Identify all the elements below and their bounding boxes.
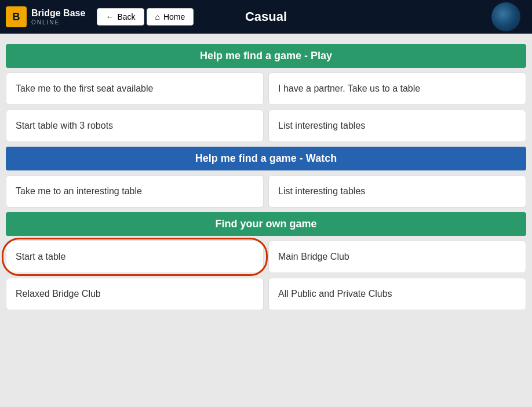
start-table-button[interactable]: Start a table (6, 241, 264, 273)
logo-text: Bridge Base ONLINE (31, 8, 85, 26)
logo-icon: B (6, 6, 27, 27)
have-partner-button[interactable]: I have a partner. Take us to a table (268, 72, 526, 105)
nav-buttons: ← Back ⌂ Home (97, 8, 194, 26)
home-icon: ⌂ (155, 12, 160, 21)
own-section-header: Find your own game (6, 212, 526, 236)
all-clubs-button[interactable]: All Public and Private Clubs (268, 278, 526, 310)
back-button[interactable]: ← Back (97, 8, 144, 26)
main-bridge-club-button[interactable]: Main Bridge Club (268, 241, 526, 273)
interesting-table-button[interactable]: Take me to an interesting table (6, 175, 264, 208)
watch-button-grid: Take me to an interesting table List int… (6, 175, 526, 208)
header: B Bridge Base ONLINE ← Back ⌂ Home Casua… (0, 0, 532, 34)
play-section-header: Help me find a game - Play (6, 44, 526, 68)
back-arrow-icon: ← (105, 12, 114, 21)
play-button-grid: Take me to the first seat available I ha… (6, 72, 526, 142)
list-interesting-play-button[interactable]: List interesting tables (268, 110, 526, 142)
page-title: Casual (245, 9, 287, 24)
home-button[interactable]: ⌂ Home (147, 8, 194, 26)
logo-area: B Bridge Base ONLINE (6, 6, 85, 27)
relaxed-bridge-club-button[interactable]: Relaxed Bridge Club (6, 278, 264, 310)
robots-button[interactable]: Start table with 3 robots (6, 110, 264, 142)
list-interesting-watch-button[interactable]: List interesting tables (268, 175, 526, 208)
first-seat-button[interactable]: Take me to the first seat available (6, 72, 264, 105)
main-content: Help me find a game - Play Take me to th… (0, 34, 532, 318)
own-button-grid: Start a table Main Bridge Club Relaxed B… (6, 241, 526, 310)
watch-section-header: Help me find a game - Watch (6, 147, 526, 170)
globe-decoration (491, 2, 520, 31)
